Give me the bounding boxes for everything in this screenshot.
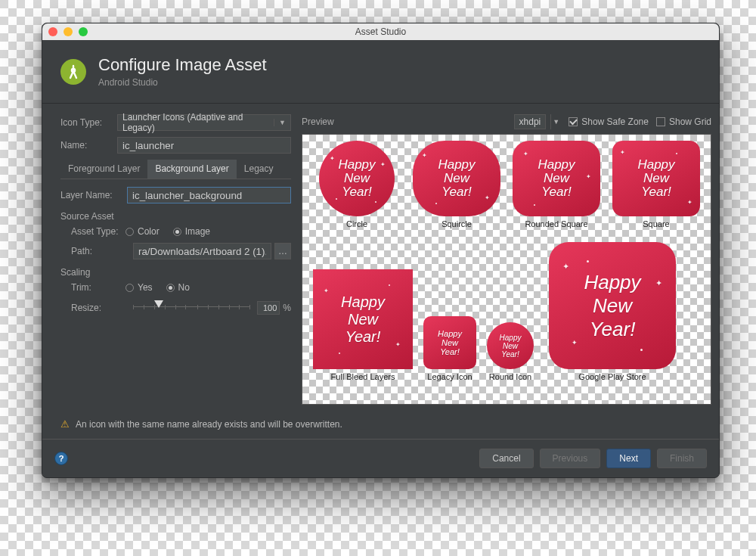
trim-label: Trim: [71,282,125,293]
warning-text: An icon with the same name already exist… [76,419,342,430]
caption-square: Square [612,219,700,228]
preview-rounded-square: HappyNewYear! ✦✦ [513,141,600,216]
show-grid-checkbox[interactable]: Show Grid [656,116,711,127]
caption-squircle: Squircle [413,219,500,228]
show-safe-zone-checkbox[interactable]: Show Safe Zone [569,116,649,127]
config-panel: Icon Type: Launcher Icons (Adaptive and … [60,114,291,405]
caption-play-store: Google Play Store [549,372,676,381]
preview-play-store: HappyNewYear! ✦✦✦ [549,242,676,369]
zoom-icon[interactable] [79,27,88,36]
icon-type-select[interactable]: Launcher Icons (Adaptive and Legacy) ▼ [117,114,291,131]
trim-no-radio[interactable]: No [166,282,190,293]
scaling-header: Scaling [60,267,291,278]
next-button[interactable]: Next [606,449,651,468]
close-icon[interactable] [48,27,57,36]
tab-legacy[interactable]: Legacy [237,160,281,179]
dialog-subtitle: Android Studio [98,77,267,88]
tab-foreground-layer[interactable]: Foreground Layer [60,160,147,179]
dialog-title: Configure Image Asset [98,55,267,75]
caption-full-bleed: Full Bleed Layers [313,372,413,381]
path-input[interactable] [133,243,271,259]
asset-type-color-radio[interactable]: Color [125,226,160,237]
warning-icon: ⚠ [60,418,70,430]
preview-full-bleed: HappyNewYear! ✦✦ [313,269,413,369]
dialog-footer: ? Cancel Previous Next Finish [42,439,719,477]
finish-button[interactable]: Finish [657,449,707,468]
tab-background-layer[interactable]: Background Layer [147,160,236,179]
cancel-button[interactable]: Cancel [479,449,533,468]
titlebar: Asset Studio [42,23,719,40]
preview-legacy: HappyNewYear! [423,316,476,369]
caption-round: Round Icon [487,372,534,381]
icon-type-value: Launcher Icons (Adaptive and Legacy) [122,112,274,133]
browse-button[interactable]: … [274,243,291,259]
previous-button[interactable]: Previous [540,449,601,468]
android-studio-logo-icon [60,59,86,85]
source-asset-header: Source Asset [60,211,291,222]
help-button[interactable]: ? [54,452,68,465]
caption-circle: Circle [313,219,401,228]
preview-label: Preview [302,116,334,127]
resize-label: Resize: [71,303,125,313]
minimize-icon[interactable] [64,27,73,36]
preview-circle: HappyNewYear! ✦✦ [319,141,395,216]
resize-slider[interactable] [133,299,249,317]
chevron-down-icon[interactable]: ▼ [550,114,561,129]
resize-suffix: % [283,303,291,313]
density-select[interactable]: xhdpi [514,114,547,129]
layer-name-input[interactable] [127,187,291,203]
resize-value[interactable]: 100 [257,301,280,315]
preview-square: HappyNewYear! ✦✦ [612,141,700,216]
path-label: Path: [71,246,125,256]
trim-yes-radio[interactable]: Yes [125,282,153,293]
chevron-down-icon: ▼ [274,119,286,126]
window-title: Asset Studio [42,26,719,37]
dialog-header: Configure Image Asset Android Studio [42,40,719,104]
asset-type-label: Asset Type: [71,226,125,237]
asset-studio-window: Asset Studio Configure Image Asset Andro… [42,23,720,478]
preview-round: HappyNewYear! [487,322,534,369]
caption-legacy: Legacy Icon [423,372,476,381]
warning-bar: ⚠ An icon with the same name already exi… [42,409,719,439]
asset-type-image-radio[interactable]: Image [173,226,210,237]
name-input[interactable] [117,137,291,154]
layer-tabs: Foreground Layer Background Layer Legacy [60,160,291,179]
layer-name-label: Layer Name: [60,190,119,200]
preview-area: HappyNewYear! ✦✦ Circle HappyNewYear! ✦✦… [302,134,711,405]
preview-squircle: HappyNewYear! ✦✦ [413,141,500,216]
icon-type-label: Icon Type: [60,117,110,128]
name-label: Name: [60,140,110,151]
caption-rounded-square: Rounded Square [513,219,600,228]
